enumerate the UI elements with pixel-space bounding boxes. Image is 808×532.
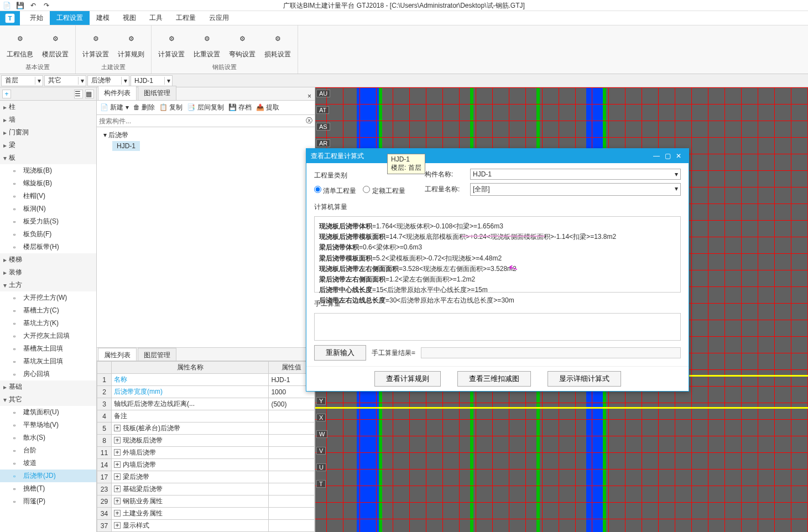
property-row[interactable]: 17+梁后浇带 bbox=[97, 471, 315, 483]
tree-item[interactable]: ▫后浇带(JD) bbox=[0, 470, 96, 482]
property-row[interactable]: 29+钢筋业务属性 bbox=[97, 496, 315, 508]
tree-item[interactable]: ▫建筑面积(U) bbox=[0, 406, 96, 419]
comp-tree-root[interactable]: ▾ 后浇带 bbox=[99, 129, 312, 141]
tree-item[interactable]: ▫平整场地(V) bbox=[0, 419, 96, 431]
ribbon-item[interactable]: ⚙计算规则 bbox=[116, 28, 147, 61]
tree-category[interactable]: ▾ 板 bbox=[0, 152, 96, 164]
tree-item[interactable]: ▫雨篷(P) bbox=[0, 495, 96, 508]
ribbon-item[interactable]: ⚙弯钩设置 bbox=[227, 28, 258, 61]
selector-dropdown[interactable]: 其它▾ bbox=[44, 75, 86, 86]
grid-view-icon[interactable]: ▦ bbox=[85, 90, 94, 98]
radio-quota[interactable]: 定额工程量 bbox=[363, 186, 405, 196]
select-quantity-type[interactable]: [全部]▾ bbox=[470, 183, 681, 196]
manual-result-input[interactable] bbox=[421, 347, 681, 358]
tree-category[interactable]: ▸ 墙 bbox=[0, 113, 96, 126]
menu-tab-5[interactable]: 工程量 bbox=[169, 11, 202, 25]
qat-icon[interactable]: 💾 bbox=[15, 1, 24, 10]
close-icon[interactable]: ✕ bbox=[673, 152, 684, 160]
tree-item[interactable]: ▫大开挖土方(W) bbox=[0, 291, 96, 304]
property-row[interactable]: 11+外墙后浇带 bbox=[97, 447, 315, 459]
property-row[interactable]: 2后浇带宽度(mm)1000 bbox=[97, 386, 315, 398]
property-row[interactable]: 37+显示样式 bbox=[97, 520, 315, 532]
menu-tab-4[interactable]: 工具 bbox=[143, 11, 169, 25]
tree-item[interactable]: ▫楼层板带(H) bbox=[0, 241, 96, 253]
tree-category[interactable]: ▸ 装修 bbox=[0, 266, 96, 279]
select-component[interactable]: HJD-1▾ bbox=[470, 169, 681, 180]
tree-item[interactable]: ▫台阶 bbox=[0, 444, 96, 457]
tree-item[interactable]: ▫螺旋板(B) bbox=[0, 177, 96, 190]
selector-dropdown[interactable]: HJD-1▾ bbox=[131, 75, 173, 86]
view-detail-button[interactable]: 显示详细计算式 bbox=[548, 371, 621, 387]
qat-icon[interactable]: ↷ bbox=[42, 1, 51, 10]
qat-icon[interactable]: 📄 bbox=[2, 1, 11, 10]
tree-item[interactable]: ▫板负筋(F) bbox=[0, 228, 96, 241]
manual-calc-box[interactable] bbox=[314, 313, 681, 341]
tab-component-list[interactable]: 构件列表 bbox=[98, 86, 137, 100]
maximize-icon[interactable]: ▢ bbox=[662, 152, 673, 160]
tree-category[interactable]: ▾ 其它 bbox=[0, 393, 96, 406]
tree-item[interactable]: ▫现浇板(B) bbox=[0, 164, 96, 177]
tree-item[interactable]: ▫板洞(N) bbox=[0, 202, 96, 215]
property-row[interactable]: 23+基础梁后浇带 bbox=[97, 483, 315, 496]
property-row[interactable]: 34+土建业务属性 bbox=[97, 508, 315, 520]
minimize-icon[interactable]: — bbox=[651, 152, 662, 160]
toolbar-btn[interactable]: 📑 层间复制 bbox=[187, 103, 223, 112]
tree-category[interactable]: ▸ 楼梯 bbox=[0, 253, 96, 266]
tree-item[interactable]: ▫挑檐(T) bbox=[0, 482, 96, 495]
tab-drawing-mgmt[interactable]: 图纸管理 bbox=[138, 86, 176, 100]
tree-item[interactable]: ▫板受力筋(S) bbox=[0, 215, 96, 228]
ribbon-item[interactable]: ⚙比重设置 bbox=[191, 28, 222, 61]
radio-list[interactable]: 清单工程量 bbox=[314, 186, 356, 196]
menu-tab-1[interactable]: 工程设置 bbox=[50, 11, 90, 25]
property-row[interactable]: 8+现浇板后浇带 bbox=[97, 435, 315, 447]
qat-icon[interactable]: ↶ bbox=[29, 1, 38, 10]
menu-tab-3[interactable]: 视图 bbox=[116, 11, 143, 25]
tab-properties[interactable]: 属性列表 bbox=[98, 348, 137, 361]
tree-item[interactable]: ▫柱帽(V) bbox=[0, 190, 96, 202]
tree-item[interactable]: ▫坡道 bbox=[0, 457, 96, 470]
toolbar-btn[interactable]: 💾 存档 bbox=[228, 103, 252, 112]
search-input[interactable] bbox=[99, 117, 306, 125]
app-logo[interactable]: T bbox=[0, 11, 20, 25]
toolbar-btn[interactable]: 📄 新建 ▾ bbox=[100, 103, 129, 112]
selector-dropdown[interactable]: 首层▾ bbox=[1, 75, 43, 86]
property-row[interactable]: 4备注 bbox=[97, 410, 315, 423]
tab-layers[interactable]: 图层管理 bbox=[138, 348, 176, 361]
tree-category[interactable]: ▸ 柱 bbox=[0, 101, 96, 113]
tree-item[interactable]: ▫房心回填 bbox=[0, 368, 96, 380]
tree-category[interactable]: ▸ 梁 bbox=[0, 139, 96, 152]
selector-dropdown[interactable]: 后浇带▾ bbox=[87, 75, 129, 86]
tree-category[interactable]: ▸ 门窗洞 bbox=[0, 126, 96, 139]
tree-item[interactable]: ▫基坑灰土回填 bbox=[0, 355, 96, 368]
ribbon-item[interactable]: ⚙工程信息 bbox=[4, 28, 35, 61]
reinput-button[interactable]: 重新输入 bbox=[314, 345, 366, 361]
ribbon-item[interactable]: ⚙损耗设置 bbox=[262, 28, 293, 61]
dialog-titlebar[interactable]: 查看工程量计算式 — ▢ ✕ bbox=[306, 149, 689, 163]
toolbar-btn[interactable]: 📤 提取 bbox=[256, 103, 279, 112]
comp-tree-item[interactable]: HJD-1 bbox=[112, 141, 140, 151]
tree-item[interactable]: ▫基坑土方(K) bbox=[0, 317, 96, 330]
view-3d-button[interactable]: 查看三维扣减图 bbox=[457, 371, 531, 387]
search-clear-icon[interactable]: ⓧ bbox=[306, 116, 312, 126]
view-rules-button[interactable]: 查看计算规则 bbox=[374, 371, 441, 387]
ribbon-item[interactable]: ⚙楼层设置 bbox=[40, 28, 71, 61]
tree-item[interactable]: ▫散水(S) bbox=[0, 431, 96, 444]
close-icon[interactable]: × bbox=[304, 92, 315, 100]
property-row[interactable]: 14+内墙后浇带 bbox=[97, 459, 315, 471]
menu-tab-2[interactable]: 建模 bbox=[90, 11, 116, 25]
toolbar-btn[interactable]: 📋 复制 bbox=[159, 103, 183, 112]
tree-category[interactable]: ▸ 基础 bbox=[0, 380, 96, 393]
toolbar-btn[interactable]: 🗑 删除 bbox=[133, 103, 155, 112]
menu-tab-0[interactable]: 开始 bbox=[23, 11, 50, 25]
list-view-icon[interactable]: ☰ bbox=[74, 90, 83, 98]
property-row[interactable]: 1名称HJD-1 bbox=[97, 374, 315, 386]
tree-category[interactable]: ▾ 土方 bbox=[0, 279, 96, 291]
property-row[interactable]: 3轴线距后浇带左边线距离(...(500) bbox=[97, 398, 315, 410]
menu-tab-6[interactable]: 云应用 bbox=[202, 11, 236, 25]
ribbon-item[interactable]: ⚙计算设置 bbox=[156, 28, 187, 61]
add-icon[interactable]: + bbox=[2, 90, 11, 98]
tree-item[interactable]: ▫大开挖灰土回填 bbox=[0, 330, 96, 342]
property-row[interactable]: 5+筏板(桩承台)后浇带 bbox=[97, 423, 315, 435]
tree-item[interactable]: ▫基槽灰土回填 bbox=[0, 342, 96, 355]
ribbon-item[interactable]: ⚙计算设置 bbox=[80, 28, 111, 61]
